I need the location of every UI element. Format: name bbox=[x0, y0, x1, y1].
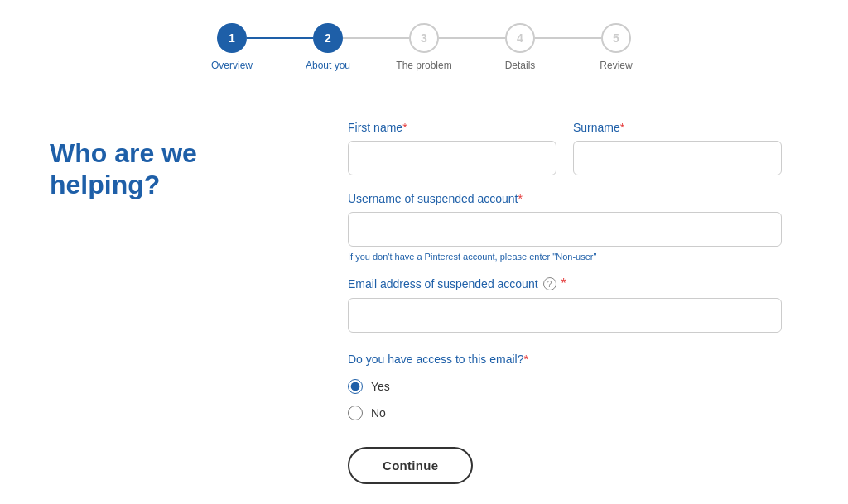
step-2-circle: 2 bbox=[313, 23, 343, 53]
email-label: Email address of suspended account bbox=[348, 277, 538, 290]
no-radio-input[interactable] bbox=[348, 406, 363, 420]
access-question-label: Do you have access to this email?* bbox=[348, 353, 782, 366]
name-row: First name* Surname* bbox=[348, 121, 782, 175]
step-line-2-3 bbox=[343, 37, 409, 39]
continue-button[interactable]: Continue bbox=[348, 447, 473, 484]
first-name-label: First name* bbox=[348, 121, 556, 134]
step-line-3-4 bbox=[439, 37, 505, 39]
yes-radio-label: Yes bbox=[371, 380, 390, 393]
access-radio-group: Yes No bbox=[348, 379, 782, 420]
yes-radio-item[interactable]: Yes bbox=[348, 379, 782, 394]
username-required: * bbox=[518, 192, 522, 205]
first-name-group: First name* bbox=[348, 121, 556, 175]
username-hint: If you don't have a Pinterest account, p… bbox=[348, 252, 782, 262]
no-radio-item[interactable]: No bbox=[348, 406, 782, 420]
surname-required: * bbox=[620, 121, 624, 134]
email-input[interactable] bbox=[348, 298, 782, 333]
username-input[interactable] bbox=[348, 212, 782, 247]
step-4-label: Details bbox=[505, 60, 536, 71]
step-line-4-5 bbox=[535, 37, 601, 39]
step-1-label: Overview bbox=[211, 60, 253, 71]
yes-radio-input[interactable] bbox=[348, 379, 363, 394]
username-label: Username of suspended account* bbox=[348, 192, 782, 205]
email-label-row: Email address of suspended account ? * bbox=[348, 276, 782, 291]
surname-label: Surname* bbox=[573, 121, 782, 134]
step-5-circle: 5 bbox=[601, 23, 631, 53]
step-3-circle: 3 bbox=[409, 23, 439, 53]
step-3-label: The problem bbox=[396, 60, 451, 71]
email-required: * bbox=[561, 276, 566, 291]
main-content: Who are we helping? First name* Surname*… bbox=[0, 88, 848, 504]
step-5-label: Review bbox=[600, 60, 632, 71]
username-group: Username of suspended account* If you do… bbox=[348, 192, 782, 262]
step-1-circle: 1 bbox=[217, 23, 247, 53]
step-2-label: About you bbox=[306, 60, 350, 71]
first-name-input[interactable] bbox=[348, 141, 556, 175]
step-line-1-2 bbox=[247, 37, 313, 39]
left-section: Who are we helping? bbox=[50, 121, 298, 484]
surname-group: Surname* bbox=[573, 121, 782, 175]
access-required: * bbox=[523, 353, 528, 366]
form-section: First name* Surname* Username of suspend… bbox=[348, 121, 782, 484]
email-help-icon[interactable]: ? bbox=[543, 277, 556, 290]
page-title: Who are we helping? bbox=[50, 137, 298, 201]
email-access-section: Do you have access to this email?* Yes N… bbox=[348, 353, 782, 420]
step-4-circle: 4 bbox=[505, 23, 535, 53]
email-group: Email address of suspended account ? * bbox=[348, 276, 782, 333]
first-name-required: * bbox=[402, 121, 407, 134]
surname-input[interactable] bbox=[573, 141, 782, 175]
no-radio-label: No bbox=[371, 406, 386, 420]
progress-stepper: 1 2 3 4 5 Overview bbox=[0, 0, 848, 88]
